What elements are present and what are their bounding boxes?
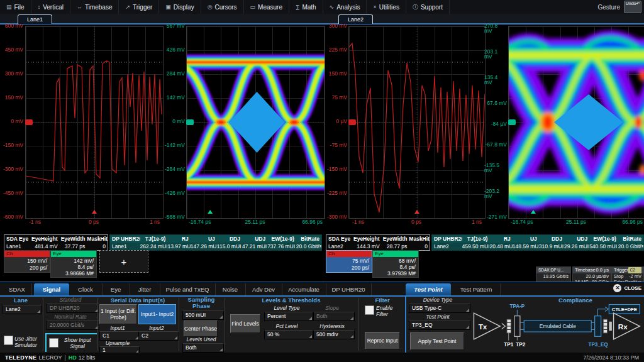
lane1-eye-descriptor[interactable]: Eye 142 mV/8.4 ps/3.98696 M# [50,250,97,278]
hysteresis-select[interactable]: 500 mdiv [313,330,355,339]
center-phase-button[interactable]: Center Phase [184,321,218,337]
tab-sdax[interactable]: SDAX [3,283,32,295]
menu-file[interactable]: ▤File [0,0,31,14]
menu-vertical-label: Vertical [43,4,64,11]
tab-jitter[interactable]: Jitter [130,283,160,295]
find-levels-button[interactable]: Find Levels [230,314,260,333]
close-button[interactable]: ✕ CLOSE [613,284,641,292]
sample-count: 3.98696 M# [51,270,94,277]
lane1-eye-grid[interactable] [186,26,325,219]
tab-adv-dev[interactable]: Adv Dev [245,283,282,295]
input2-select[interactable]: C2 [138,331,179,341]
tx-label: Tx [479,322,487,331]
tp3-eq-label: TP3_EQ [588,342,608,348]
brand-lecroy: LECROY [38,354,62,361]
tab-clock[interactable]: Clock [69,283,103,295]
x-tick: 25.11 ps [245,219,265,226]
lane1-channel-descriptor[interactable]: Ch 150 mV/200 ps/ [4,250,50,273]
menu-trigger[interactable]: ↗Trigger [119,0,159,14]
menu-math[interactable]: ∑Math [289,0,323,14]
enable-filter-label: Enable Filter [376,305,401,317]
eye-marker-badge[interactable] [186,119,194,125]
sampling-phase-select[interactable]: 500 mUI [182,310,224,320]
tab-test-pattern[interactable]: Test Pattern [452,283,501,295]
x-tick: -16.74 ps [511,219,533,226]
menu-measure-label: Measure [258,4,282,11]
tab-pulse-txeq[interactable]: Pulse and TxEQ [160,283,216,295]
channel-marker-badge[interactable] [348,119,356,125]
utilities-icon: × [373,4,376,10]
apply-test-point-button[interactable]: Apply Test Point [410,332,464,350]
use-jitter-simulator-checkbox[interactable] [4,336,13,345]
cell: 47.21 mUI [242,243,267,250]
y-tick: 600 mV [5,23,23,28]
trigger-icon: ↗ [125,4,130,10]
tab-eye[interactable]: Eye [102,283,130,295]
one-input-button[interactable]: 1 Input (or Diff. Probe) [99,304,137,324]
eye-marker-badge[interactable] [508,119,516,125]
undo-button[interactable]: Undo↶ [624,1,641,13]
dialog-tabs: SDAX Signal Clock Eye Jitter Pulse and T… [0,282,644,297]
lane2-sda-eye-table[interactable]: SDA Eye EyeHeight EyeWidth MaskHits Lane… [326,234,430,251]
lane2-eye-descriptor[interactable]: Eye 68 mV/8.4 ps/3.97939 M# [372,250,419,278]
timebase-scale: 20.0 µs/div [586,273,609,279]
lane1-sda-eye-table[interactable]: SDA Eye EyeHeight EyeWidth MaskHits Lane… [4,234,108,251]
tab-dp-uhbr20[interactable]: DP UHBR20 [326,283,372,295]
y-tick: 0 mV [11,119,23,124]
y-tick: 135.4 mV [484,75,507,85]
tab-signal[interactable]: Signal [34,283,69,295]
ctle-dfe-label: CTLE+DFE [612,307,637,312]
lane2-dp-uhbr20-table[interactable]: DP UHBR20 TJ(1e-9) RJ UJ DDJ UDJ EW(1e-9… [431,234,644,251]
timebase-title: Timebase [575,267,596,273]
lane2-channel-descriptor[interactable]: Ch 75 mV/200 ps/ [326,250,372,273]
menu-measure[interactable]: ▭Measure [244,0,289,14]
show-input-signal-checkbox[interactable] [49,338,58,348]
menu-display[interactable]: ▣Display [159,0,201,14]
vertical-scale: 142 mV/ [51,258,94,264]
lane2-waveform-grid[interactable] [348,26,486,219]
input1-select[interactable]: C1 [99,331,140,341]
sda-dialog: SDAX Signal Clock Eye Jitter Pulse and T… [0,282,644,353]
undo-label: Undo [626,1,636,6]
table-header-row: DP UHBR20 TJ(1e-9) RJ UJ DDJ UDJ EW(1e-9… [110,235,321,243]
lane1-dp-uhbr20-table[interactable]: DP UHBR20 TJ(1e-9) RJ UJ DDJ UDJ EW(1e-9… [109,234,322,251]
menu-bar: ▤File ↕Vertical ↔Timebase ↗Trigger ▣Disp… [0,0,644,14]
x-tick: 0 ps [411,219,421,226]
lane-select[interactable]: Lane2 [3,305,42,314]
tab-test-point[interactable]: Test Point [406,283,451,295]
menu-support[interactable]: ⓘSupport [406,0,450,14]
menu-timebase[interactable]: ↔Timebase [70,0,119,14]
pct-level-select[interactable]: 50 % [264,330,313,339]
col-header: UJ [191,235,217,243]
menu-vertical[interactable]: ↕Vertical [31,0,70,14]
lane2-waveform-plot: 300 mV225 mV150 mV75 mV0 µV-75 mV-150 mV… [322,25,484,234]
y-tick: -203.2 mV [484,189,507,199]
lane1-eye-x-axis: -16.74 ps 25.11 ps 66.96 ps [186,219,324,226]
levels-used-select[interactable]: Both [182,343,224,353]
rx-label: Rx [618,322,628,331]
lane2-eye-grid[interactable] [508,26,644,219]
device-type-select[interactable]: USB Type-C [409,304,470,313]
channel-marker-badge[interactable] [25,119,33,125]
undo-arrow-icon: ↶ [636,1,640,6]
enable-filter-checkbox[interactable] [365,305,374,315]
lane1-waveform-grid[interactable] [25,26,164,219]
x-tick: 25.11 ps [566,219,586,226]
test-point-select[interactable]: TP3_EQ [409,321,470,330]
reproc-input-button[interactable]: Reproc Input [365,332,400,349]
input1-minus-input2-button[interactable]: Input1- Input2 [138,304,176,324]
col-header: BitRate [296,235,321,243]
col-header: TJ(1e-9) [140,235,168,243]
menu-utilities[interactable]: ×Utilities [367,0,406,14]
menu-analysis[interactable]: ∿Analysis [323,0,367,14]
tab-noise[interactable]: Noise [215,283,246,295]
col-header: MaskHits [409,235,430,243]
col-header: EW(1e-9) [589,235,618,243]
tab-accumulate[interactable]: Accumulate [282,283,326,295]
cell: 20.0 Gbit/s [296,243,321,250]
menu-cursors[interactable]: ◎Cursors [201,0,244,14]
cell: 20.48 mUI [489,243,512,250]
level-type-select[interactable]: Percent [264,312,313,321]
add-trace-button[interactable]: + [99,250,148,273]
trigger-level: -2 mV [629,273,641,279]
